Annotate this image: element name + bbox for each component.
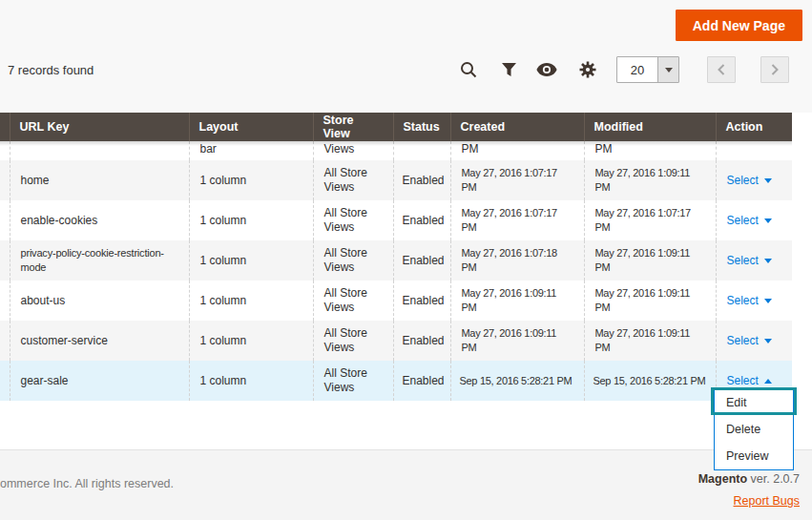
cell-modified: May 27, 2016 1:07:17 PM bbox=[584, 200, 716, 240]
cell-status: Enabled bbox=[393, 281, 450, 321]
cell-created: PM bbox=[450, 141, 584, 160]
column-header-modified[interactable]: Modified bbox=[584, 113, 716, 141]
cell-store-view: All Store Views bbox=[313, 200, 393, 240]
column-header-created[interactable]: Created bbox=[450, 113, 584, 141]
cell-layout: 1 column bbox=[189, 160, 313, 200]
chevron-down-icon bbox=[764, 218, 772, 223]
cell-url-key bbox=[10, 141, 189, 160]
row-action-select[interactable]: Select bbox=[727, 174, 772, 187]
column-header-action: Action bbox=[716, 113, 792, 141]
column-header-url-key[interactable]: URL Key bbox=[10, 113, 189, 141]
chevron-down-icon bbox=[764, 299, 772, 303]
row-action-select-open[interactable]: Select bbox=[727, 374, 772, 387]
cell-status: Enabled bbox=[393, 240, 450, 281]
menu-item-delete[interactable]: Delete bbox=[715, 416, 793, 443]
column-header-store-view[interactable]: Store View bbox=[313, 113, 393, 141]
records-found-label: 7 records found bbox=[8, 63, 94, 77]
search-icon[interactable] bbox=[454, 56, 483, 83]
cell-created: May 27, 2016 1:09:11 PM bbox=[450, 321, 584, 361]
row-action-select[interactable]: Select bbox=[727, 214, 772, 227]
per-page-value: 20 bbox=[617, 57, 657, 82]
header-stub bbox=[0, 113, 10, 141]
per-page-select[interactable]: 20 bbox=[616, 56, 679, 83]
table-row-privacy-policy[interactable]: privacy-policy-cookie-restriction-mode 1… bbox=[0, 240, 792, 281]
cell-layout: 1 column bbox=[189, 281, 313, 321]
cms-pages-grid: URL Key Layout Store View Status Created… bbox=[0, 113, 792, 401]
cell-action bbox=[716, 141, 792, 160]
cell-layout: 1 column bbox=[189, 200, 313, 240]
chevron-down-icon bbox=[764, 339, 772, 343]
cell-layout: bar bbox=[189, 141, 313, 160]
per-page-caret-button[interactable] bbox=[657, 57, 678, 82]
chevron-down-icon bbox=[665, 68, 673, 73]
table-row-enable-cookies[interactable]: enable-cookies 1 column All Store Views … bbox=[0, 200, 792, 240]
next-page-button[interactable] bbox=[760, 56, 789, 83]
column-header-status[interactable]: Status bbox=[393, 113, 450, 141]
cell-layout: 1 column bbox=[189, 240, 313, 281]
grid-header-row: URL Key Layout Store View Status Created… bbox=[0, 113, 792, 141]
report-bugs-link[interactable]: Report Bugs bbox=[734, 490, 800, 512]
column-header-layout[interactable]: Layout bbox=[189, 113, 313, 141]
chevron-up-icon bbox=[764, 379, 772, 384]
menu-item-preview[interactable]: Preview bbox=[715, 443, 793, 469]
cell-store-view: All Store Views bbox=[313, 160, 393, 200]
table-row-partial[interactable]: bar Views PM PM bbox=[0, 141, 792, 160]
eye-columns-icon[interactable] bbox=[532, 56, 561, 83]
cell-url-key: gear-sale bbox=[10, 361, 189, 401]
cell-url-key: enable-cookies bbox=[10, 200, 189, 240]
chevron-down-icon bbox=[764, 259, 772, 263]
row-action-select[interactable]: Select bbox=[727, 334, 772, 347]
row-action-menu: Edit Delete Preview bbox=[714, 388, 794, 470]
cell-url-key: privacy-policy-cookie-restriction-mode bbox=[10, 240, 189, 281]
cell-created: Sep 15, 2016 5:28:21 PM bbox=[450, 361, 584, 401]
cell-created: May 27, 2016 1:07:18 PM bbox=[450, 240, 584, 281]
magento-version: Magento ver. 2.0.7 bbox=[698, 468, 800, 490]
table-row-gear-sale[interactable]: gear-sale 1 column All Store Views Enabl… bbox=[0, 361, 792, 401]
cell-status: Enabled bbox=[393, 200, 450, 240]
previous-page-button[interactable] bbox=[707, 56, 736, 83]
row-action-select[interactable]: Select bbox=[727, 254, 772, 267]
cell-store-view: All Store Views bbox=[313, 361, 393, 401]
cell-status: Enabled bbox=[393, 361, 450, 401]
gear-icon[interactable] bbox=[573, 56, 602, 83]
page-header-area: Add New Page 7 records found 20 bbox=[0, 0, 812, 113]
cell-layout: 1 column bbox=[189, 361, 313, 401]
cell-url-key: customer-service bbox=[10, 321, 189, 361]
cell-url-key: about-us bbox=[10, 281, 189, 321]
cell-created: May 27, 2016 1:09:11 PM bbox=[450, 281, 584, 321]
chevron-down-icon bbox=[764, 178, 772, 183]
cell-modified: May 27, 2016 1:09:11 PM bbox=[584, 321, 716, 361]
admin-footer: ommerce Inc. All rights reserved. Magent… bbox=[0, 449, 812, 520]
copyright-text: ommerce Inc. All rights reserved. bbox=[0, 477, 174, 490]
table-row-home[interactable]: home 1 column All Store Views Enabled Ma… bbox=[0, 160, 792, 200]
cell-layout: 1 column bbox=[189, 321, 313, 361]
cell-store-view: All Store Views bbox=[313, 321, 393, 361]
cell-created: May 27, 2016 1:07:17 PM bbox=[450, 200, 584, 240]
menu-item-edit[interactable]: Edit bbox=[715, 389, 793, 416]
cell-modified: May 27, 2016 1:09:11 PM bbox=[584, 240, 716, 281]
cell-modified: PM bbox=[584, 141, 716, 160]
cell-created: May 27, 2016 1:07:17 PM bbox=[450, 160, 584, 200]
cell-status: Enabled bbox=[393, 160, 450, 200]
cell-store-view: Views bbox=[313, 141, 393, 160]
cell-store-view: All Store Views bbox=[313, 240, 393, 281]
table-row-about-us[interactable]: about-us 1 column All Store Views Enable… bbox=[0, 281, 792, 321]
annotation-highlight-box bbox=[711, 387, 797, 415]
cell-modified: Sep 15, 2016 5:28:21 PM bbox=[584, 361, 716, 401]
cell-status bbox=[393, 141, 450, 160]
cell-url-key: home bbox=[10, 160, 189, 200]
cell-status: Enabled bbox=[393, 321, 450, 361]
filter-icon[interactable] bbox=[494, 56, 523, 83]
table-row-customer-service[interactable]: customer-service 1 column All Store View… bbox=[0, 321, 792, 361]
row-action-select[interactable]: Select bbox=[727, 294, 772, 307]
version-label: ver. 2.0.7 bbox=[751, 472, 800, 486]
cell-modified: May 27, 2016 1:09:11 PM bbox=[584, 281, 716, 321]
cell-store-view: All Store Views bbox=[313, 281, 393, 321]
magento-brand-label: Magento bbox=[698, 472, 747, 486]
add-new-page-button[interactable]: Add New Page bbox=[676, 10, 802, 41]
cell-modified: May 27, 2016 1:09:11 PM bbox=[584, 160, 716, 200]
